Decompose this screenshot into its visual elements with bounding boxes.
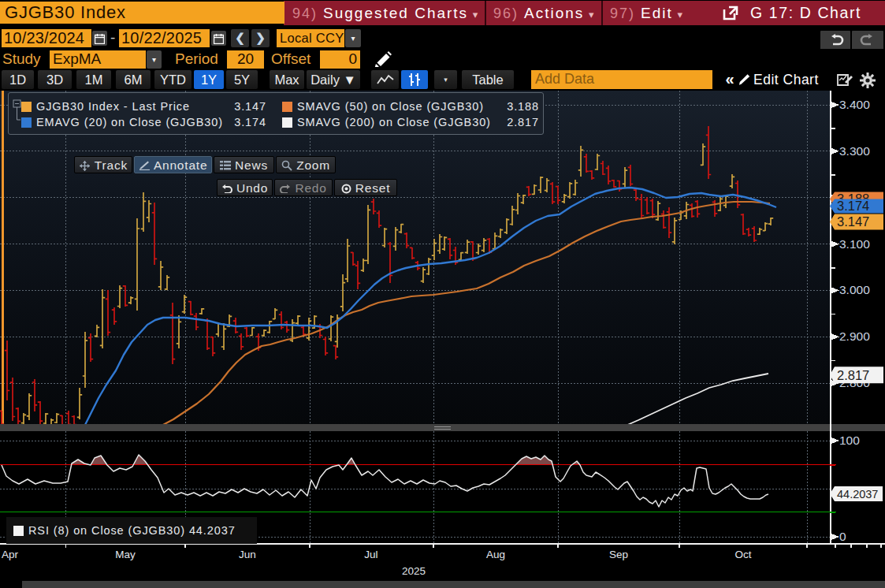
svg-text:Aug: Aug (486, 549, 505, 560)
svg-text:0: 0 (839, 530, 846, 543)
svg-text:3.300: 3.300 (839, 144, 870, 158)
svg-text:2.900: 2.900 (839, 329, 870, 343)
svg-text:Jul: Jul (364, 549, 377, 560)
svg-text:44.2037: 44.2037 (837, 488, 878, 501)
svg-text:Jun: Jun (239, 549, 256, 560)
svg-text:Sep: Sep (609, 549, 628, 560)
svg-text:3.174: 3.174 (837, 199, 869, 213)
svg-text:2025: 2025 (402, 565, 426, 577)
svg-text:3.400: 3.400 (839, 98, 870, 111)
svg-text:3.147: 3.147 (837, 214, 869, 229)
svg-text:Oct: Oct (734, 549, 751, 560)
svg-text:May: May (115, 549, 136, 560)
svg-text:2.817: 2.817 (837, 368, 869, 382)
svg-text:100: 100 (839, 434, 860, 447)
svg-text:3.000: 3.000 (839, 283, 870, 296)
svg-text:3.100: 3.100 (839, 237, 870, 251)
svg-text:Apr: Apr (2, 549, 19, 560)
